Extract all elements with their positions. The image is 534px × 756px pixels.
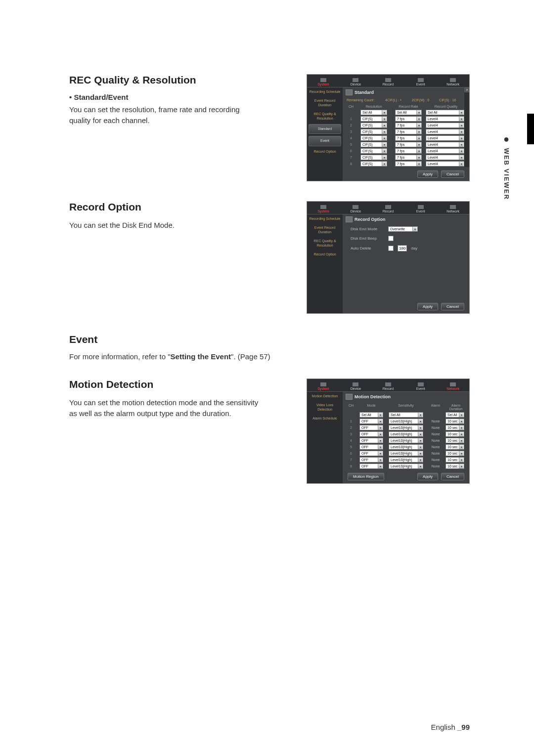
select-duration[interactable]: 10 sec▾ [445, 425, 464, 430]
spinner-auto-delete[interactable]: 180 [398, 245, 407, 252]
select-quality[interactable]: Level4▾ [426, 142, 464, 147]
select-rate[interactable]: 7 fps▾ [395, 123, 422, 128]
select-duration[interactable]: 10 sec▾ [445, 438, 464, 443]
chevron-down-icon: ▾ [378, 464, 382, 468]
select-sensitivity[interactable]: Level10(High)▾ [389, 451, 423, 456]
select-quality[interactable]: Level4▾ [426, 129, 464, 134]
tab-record[interactable]: Record [372, 379, 404, 391]
checkbox-disk-end-beep[interactable] [388, 236, 394, 241]
scrollbar[interactable]: ▴ [464, 87, 469, 167]
select-dur-all[interactable]: Sel All▾ [445, 412, 464, 418]
select-sensitivity[interactable]: Level10(High)▾ [389, 463, 423, 469]
select-duration[interactable]: 10 sec▾ [445, 451, 464, 456]
sidebar-rec-quality[interactable]: REC Quality & Resolution [307, 237, 343, 250]
select-sensitivity[interactable]: Level10(High)▾ [389, 419, 423, 424]
chevron-down-icon: ▾ [418, 451, 422, 456]
tab-network[interactable]: Network [437, 202, 469, 214]
select-resolution[interactable]: CIF(S)▾ [360, 116, 387, 122]
select-quality[interactable]: Level4▾ [426, 148, 464, 154]
select-resolution[interactable]: CIF(S)▾ [360, 129, 387, 134]
select-sensitivity[interactable]: Level10(High)▾ [389, 438, 423, 443]
select-resolution[interactable]: CIF(S)▾ [360, 123, 387, 128]
sidebar-event[interactable]: Event [309, 136, 341, 146]
select-sensitivity[interactable]: Level10(High)▾ [389, 425, 423, 430]
tab-device[interactable]: Device [340, 75, 372, 87]
select-resolution[interactable]: CIF(S)▾ [360, 161, 387, 167]
select-mode[interactable]: OFF▾ [359, 438, 383, 443]
sidebar-record-option[interactable]: Record Option [307, 147, 343, 156]
sidebar-video-loss[interactable]: Video Loss Detection [307, 401, 343, 414]
cancel-button[interactable]: Cancel [441, 170, 464, 178]
select-quality-all[interactable]: Sel All▾ [426, 110, 464, 115]
select-mode[interactable]: OFF▾ [359, 457, 383, 462]
select-rate[interactable]: 7 fps▾ [395, 116, 422, 122]
select-quality[interactable]: Level4▾ [426, 123, 464, 128]
select-quality[interactable]: Level4▾ [426, 135, 464, 141]
cancel-button[interactable]: Cancel [441, 303, 464, 310]
select-sensitivity[interactable]: Level10(High)▾ [389, 431, 423, 437]
tab-system[interactable]: System [307, 202, 340, 214]
tab-record[interactable]: Record [372, 202, 404, 214]
select-sensitivity[interactable]: Level10(High)▾ [389, 444, 423, 450]
select-rate[interactable]: 7 fps▾ [395, 161, 422, 167]
apply-button[interactable]: Apply [417, 170, 438, 178]
select-resolution[interactable]: CIF(S)▾ [360, 155, 387, 160]
tab-network[interactable]: Network [437, 379, 469, 391]
select-duration[interactable]: 10 sec▾ [445, 463, 464, 469]
select-mode-all[interactable]: Sel All▾ [359, 412, 383, 418]
scroll-up-icon[interactable]: ▴ [464, 87, 469, 92]
tab-system[interactable]: System [307, 75, 340, 87]
select-mode[interactable]: OFF▾ [359, 463, 383, 469]
select-rate[interactable]: 7 fps▾ [395, 129, 422, 134]
select-rate[interactable]: 7 fps▾ [395, 148, 422, 154]
sidebar-rec-quality[interactable]: REC Quality & Resolution [307, 110, 343, 123]
tab-event[interactable]: Event [404, 379, 437, 391]
sidebar-standard[interactable]: Standard [309, 124, 341, 134]
select-mode[interactable]: OFF▾ [359, 419, 383, 424]
select-mode[interactable]: OFF▾ [359, 425, 383, 430]
sidebar-alarm-schedule[interactable]: Alarm Schedule [307, 414, 343, 423]
sidebar-event-record-duration[interactable]: Event Record Duration [307, 96, 343, 110]
apply-button[interactable]: Apply [417, 473, 438, 480]
select-disk-end-mode[interactable]: Overwrite▾ [388, 226, 418, 232]
tab-record[interactable]: Record [372, 75, 404, 87]
select-resolution[interactable]: CIF(S)▾ [360, 142, 387, 147]
chevron-down-icon: ▾ [459, 413, 463, 417]
select-sens-all[interactable]: Sel All▾ [389, 412, 423, 418]
tab-event[interactable]: Event [404, 75, 437, 87]
select-resolution[interactable]: CIF(S)▾ [360, 148, 387, 154]
sidebar-motion-detection[interactable]: Motion Detection [307, 392, 343, 401]
tab-network[interactable]: Network [437, 75, 469, 87]
select-duration[interactable]: 10 sec▾ [445, 431, 464, 437]
select-resolution[interactable]: CIF(S)▾ [360, 135, 387, 141]
tab-device[interactable]: Device [340, 202, 372, 214]
select-duration[interactable]: 10 sec▾ [445, 457, 464, 462]
sidebar-event-record-duration[interactable]: Event Record Duration [307, 223, 343, 237]
tab-system[interactable]: System [307, 379, 340, 391]
select-mode[interactable]: OFF▾ [359, 444, 383, 450]
select-rate[interactable]: 7 fps▾ [395, 155, 422, 160]
select-mode[interactable]: OFF▾ [359, 431, 383, 437]
sidebar-recording-schedule[interactable]: Recording Schedule [307, 87, 343, 96]
select-rate[interactable]: 7 fps▾ [395, 142, 422, 147]
select-rate[interactable]: 7 fps▾ [395, 135, 422, 141]
select-quality[interactable]: Level4▾ [426, 116, 464, 122]
cancel-button[interactable]: Cancel [441, 473, 464, 480]
apply-button[interactable]: Apply [417, 303, 438, 310]
chevron-down-icon: ▾ [459, 110, 463, 115]
select-duration[interactable]: 10 sec▾ [445, 444, 464, 450]
select-quality[interactable]: Level4▾ [426, 155, 464, 160]
sidebar-recording-schedule[interactable]: Recording Schedule [307, 214, 343, 223]
select-rate-all[interactable]: Sel All▾ [395, 110, 422, 115]
sidebar-record-option[interactable]: Record Option [307, 250, 343, 259]
select-resolution-all[interactable]: Sel All▾ [360, 110, 387, 115]
select-sensitivity[interactable]: Level10(High)▾ [389, 457, 423, 462]
checkbox-auto-delete[interactable] [388, 246, 394, 251]
tab-event[interactable]: Event [404, 202, 437, 214]
motion-region-button[interactable]: Motion Region [348, 473, 384, 480]
tab-device[interactable]: Device [340, 379, 372, 391]
network-icon [450, 78, 456, 82]
select-mode[interactable]: OFF▾ [359, 451, 383, 456]
select-quality[interactable]: Level4▾ [426, 161, 464, 167]
select-duration[interactable]: 10 sec▾ [445, 419, 464, 424]
